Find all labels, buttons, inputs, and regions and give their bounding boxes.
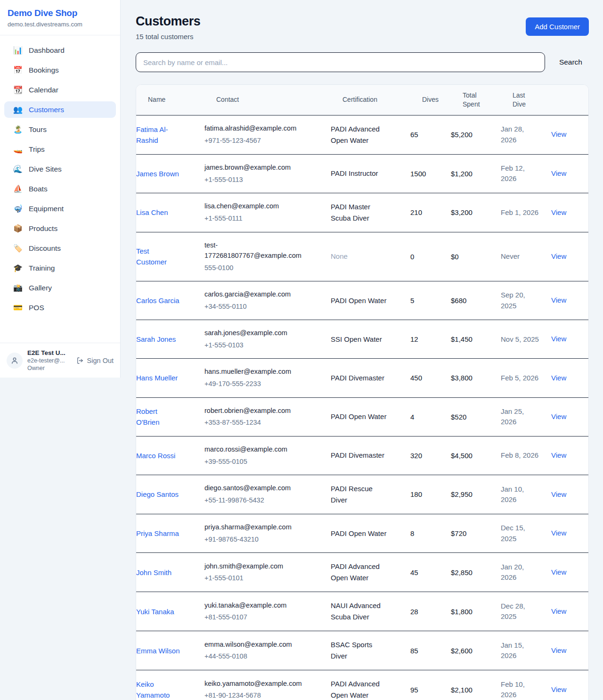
customer-total-spent: $3,200 xyxy=(451,207,501,218)
customer-name-link[interactable]: John Smith xyxy=(136,567,204,578)
table-body: Fatima Al-Rashid fatima.alrashid@example… xyxy=(136,115,588,700)
customer-certification: PADI Instructor xyxy=(331,168,410,179)
customer-name-link[interactable]: Fatima Al-Rashid xyxy=(136,124,204,146)
view-link[interactable]: View xyxy=(551,374,566,382)
customer-name-link[interactable]: Marco Rossi xyxy=(136,450,204,461)
customer-actions: View xyxy=(551,606,588,618)
sidebar-item-products[interactable]: 📦 Products xyxy=(4,220,116,237)
sidebar-item-label: Customers xyxy=(29,106,64,114)
sign-out-button[interactable]: Sign Out xyxy=(76,357,114,364)
customer-email: james.brown@example.com xyxy=(204,163,303,173)
customer-name-link[interactable]: Test Customer xyxy=(136,246,204,268)
view-link[interactable]: View xyxy=(551,412,566,420)
customer-contact: robert.obrien@example.com +353-87-555-12… xyxy=(204,406,331,428)
customer-contact: test-1772681807767@example.com 555-0100 xyxy=(204,240,331,273)
person-icon xyxy=(10,356,19,365)
customer-total-spent: $2,950 xyxy=(451,489,501,500)
dashboard-icon: 📊 xyxy=(13,46,23,55)
view-link[interactable]: View xyxy=(551,451,566,459)
view-link[interactable]: View xyxy=(551,335,566,343)
column-header-dives: Dives xyxy=(422,89,463,110)
customer-last-dive: Feb 12, 2026 xyxy=(501,163,551,184)
customer-actions: View xyxy=(551,527,588,539)
table-row: Fatima Al-Rashid fatima.alrashid@example… xyxy=(136,115,588,155)
sidebar-item-discounts[interactable]: 🏷️ Discounts xyxy=(4,240,116,256)
customer-last-dive: Feb 8, 2026 xyxy=(501,450,551,461)
customer-certification: PADI Divemaster xyxy=(331,450,410,461)
sidebar-item-customers[interactable]: 👥 Customers xyxy=(4,101,116,118)
customer-contact: priya.sharma@example.com +91-98765-43210 xyxy=(204,522,331,544)
discounts-icon: 🏷️ xyxy=(13,244,23,253)
customer-name-link[interactable]: Priya Sharma xyxy=(136,528,204,539)
customer-phone: 555-0100 xyxy=(204,263,303,273)
add-customer-button[interactable]: Add Customer xyxy=(526,17,589,36)
search-button[interactable]: Search xyxy=(558,54,583,70)
customer-name-link[interactable]: James Brown xyxy=(136,168,204,179)
view-link[interactable]: View xyxy=(551,252,566,260)
view-link[interactable]: View xyxy=(551,568,566,576)
customer-name-link[interactable]: Hans Mueller xyxy=(136,372,204,383)
sidebar-header: Demo Dive Shop demo.test.divestreams.com xyxy=(0,0,120,35)
customer-phone: +1-555-0113 xyxy=(204,174,303,185)
sidebar-item-tours[interactable]: 🏝️ Tours xyxy=(4,121,116,138)
customer-name-link[interactable]: Lisa Chen xyxy=(136,207,204,218)
sidebar-item-dive-sites[interactable]: 🌊 Dive Sites xyxy=(4,161,116,177)
sidebar-item-calendar[interactable]: 📆 Calendar xyxy=(4,82,116,98)
sidebar-item-equipment[interactable]: 🤿 Equipment xyxy=(4,200,116,217)
customer-total-spent: $520 xyxy=(451,412,501,422)
sidebar-item-bookings[interactable]: 📅 Bookings xyxy=(4,62,116,78)
table-row: Marco Rossi marco.rossi@example.com +39-… xyxy=(136,436,588,475)
customer-last-dive: Jan 28, 2026 xyxy=(501,124,551,145)
view-link[interactable]: View xyxy=(551,490,566,498)
sidebar-item-label: Training xyxy=(29,264,55,272)
customer-certification: PADI Rescue Diver xyxy=(331,483,410,506)
table-row: Emma Wilson emma.wilson@example.com +44-… xyxy=(136,631,588,670)
sidebar-item-training[interactable]: 🎓 Training xyxy=(4,260,116,276)
customer-actions: View xyxy=(551,295,588,306)
customer-phone: +81-555-0107 xyxy=(204,612,303,622)
customer-name-link[interactable]: Keiko Yamamoto xyxy=(136,679,204,700)
view-link[interactable]: View xyxy=(551,646,566,654)
sidebar-item-boats[interactable]: ⛵ Boats xyxy=(4,181,116,197)
page-header-text: Customers 15 total customers xyxy=(136,14,200,41)
column-header-actions xyxy=(563,94,577,106)
customer-name-link[interactable]: Robert O'Brien xyxy=(136,406,204,428)
view-link[interactable]: View xyxy=(551,169,566,177)
view-link[interactable]: View xyxy=(551,607,566,615)
sidebar-item-label: POS xyxy=(29,304,44,312)
customer-phone: +39-555-0105 xyxy=(204,456,303,467)
customer-total-spent: $4,500 xyxy=(451,450,501,461)
customer-email: test-1772681807767@example.com xyxy=(204,240,303,261)
customer-total-spent: $2,850 xyxy=(451,567,501,578)
customer-name-link[interactable]: Diego Santos xyxy=(136,489,204,500)
column-header-contact: Contact xyxy=(216,89,342,110)
customers-icon: 👥 xyxy=(13,105,23,114)
sidebar: Demo Dive Shop demo.test.divestreams.com… xyxy=(0,0,121,378)
customer-dives: 320 xyxy=(410,450,451,461)
customer-name-link[interactable]: Carlos Garcia xyxy=(136,295,204,306)
sidebar-item-label: Dive Sites xyxy=(29,165,62,173)
customer-actions: View xyxy=(551,450,588,461)
customer-last-dive: Feb 5, 2026 xyxy=(501,373,551,384)
customer-name-link[interactable]: Sarah Jones xyxy=(136,334,204,345)
sidebar-item-gallery[interactable]: 📸 Gallery xyxy=(4,280,116,296)
sidebar-item-pos[interactable]: 💳 POS xyxy=(4,299,116,316)
pos-icon: 💳 xyxy=(13,303,23,312)
sidebar-nav: 📊 Dashboard 📅 Bookings 📆 Calendar 👥 Cust… xyxy=(0,35,120,343)
customer-name-link[interactable]: Yuki Tanaka xyxy=(136,606,204,617)
customer-email: carlos.garcia@example.com xyxy=(204,289,303,300)
view-link[interactable]: View xyxy=(551,685,566,693)
customer-dives: 28 xyxy=(410,606,451,617)
view-link[interactable]: View xyxy=(551,208,566,216)
customer-contact: yuki.tanaka@example.com +81-555-0107 xyxy=(204,601,331,623)
view-link[interactable]: View xyxy=(551,296,566,304)
customer-total-spent: $3,800 xyxy=(451,372,501,383)
sidebar-item-dashboard[interactable]: 📊 Dashboard xyxy=(4,42,116,58)
column-header-total-spent: Total Spent xyxy=(463,85,513,115)
view-link[interactable]: View xyxy=(551,130,566,138)
search-input[interactable] xyxy=(136,52,545,72)
customer-name-link[interactable]: Emma Wilson xyxy=(136,645,204,656)
sidebar-item-trips[interactable]: 🚤 Trips xyxy=(4,141,116,157)
table-row: Priya Sharma priya.sharma@example.com +9… xyxy=(136,514,588,553)
view-link[interactable]: View xyxy=(551,529,566,537)
